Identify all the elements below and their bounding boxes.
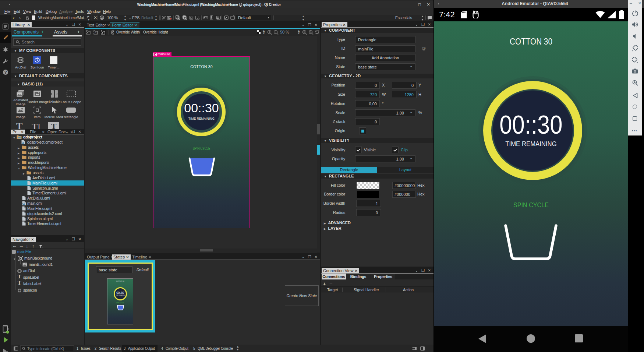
- svg-text:?: ?: [4, 70, 7, 74]
- svg-text:A: A: [95, 31, 96, 34]
